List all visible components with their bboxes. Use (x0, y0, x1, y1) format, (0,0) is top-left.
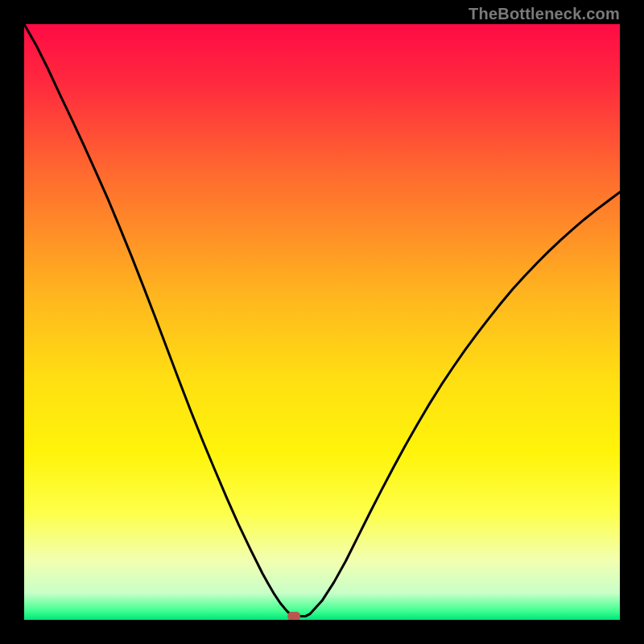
plot-area (24, 24, 620, 620)
gradient-background (24, 24, 620, 620)
chart-svg (24, 24, 620, 620)
chart-frame: TheBottleneck.com (0, 0, 644, 644)
watermark-text: TheBottleneck.com (469, 5, 620, 23)
optimum-marker (287, 612, 300, 620)
